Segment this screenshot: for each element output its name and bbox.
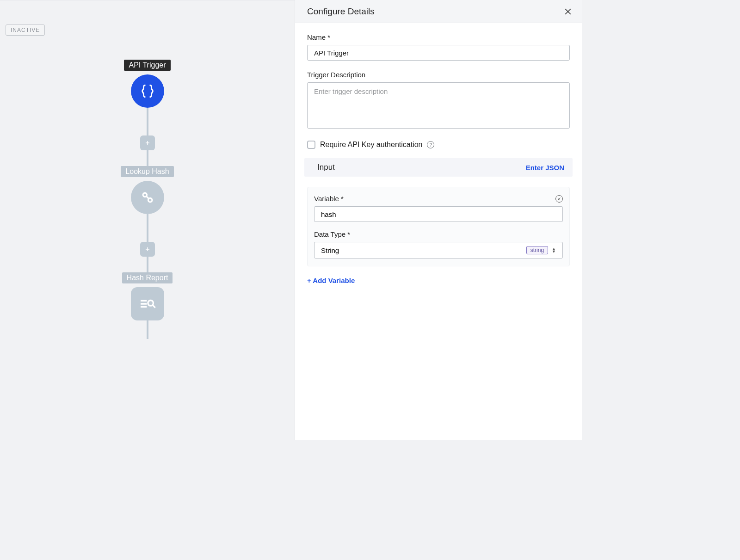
- description-textarea[interactable]: [307, 82, 570, 129]
- variable-card: Variable * Data Type * String string ▲▼: [307, 187, 570, 266]
- connector: [147, 256, 148, 272]
- variable-name-input[interactable]: [314, 206, 563, 222]
- plus-icon: [144, 246, 151, 252]
- require-api-row: Require API Key authentication ?: [307, 141, 570, 149]
- datatype-tag: string: [526, 246, 548, 254]
- panel-title: Configure Details: [307, 6, 375, 17]
- input-section-title: Input: [317, 163, 335, 172]
- select-arrows-icon: ▲▼: [552, 247, 556, 253]
- add-step-button-2[interactable]: [140, 242, 155, 257]
- datatype-value: String: [321, 246, 339, 254]
- datatype-label: Data Type *: [314, 230, 563, 238]
- connector: [147, 149, 148, 166]
- require-api-checkbox[interactable]: [307, 141, 315, 149]
- node-hash-report[interactable]: [131, 287, 164, 320]
- flow-container: API Trigger Lookup Hash: [0, 60, 295, 339]
- enter-json-button[interactable]: Enter JSON: [526, 164, 564, 172]
- canvas-topbar: [0, 0, 295, 18]
- node-lookup-hash[interactable]: [131, 181, 164, 214]
- connector: [147, 108, 148, 136]
- plus-icon: [144, 140, 151, 146]
- add-step-button-1[interactable]: [140, 135, 155, 150]
- braces-icon: [140, 83, 155, 99]
- node-api-trigger-label: API Trigger: [124, 60, 170, 71]
- x-icon: [557, 197, 561, 201]
- help-icon[interactable]: ?: [427, 141, 434, 148]
- configure-panel: Configure Details Name * Trigger Descrip…: [295, 0, 582, 440]
- name-input[interactable]: [307, 45, 570, 61]
- panel-body: Name * Trigger Description Require API K…: [295, 23, 582, 285]
- workflow-canvas[interactable]: INACTIVE API Trigger Lookup Hash: [0, 0, 295, 440]
- remove-variable-button[interactable]: [555, 195, 563, 203]
- node-api-trigger[interactable]: [131, 74, 164, 108]
- description-label: Trigger Description: [307, 71, 570, 79]
- require-api-label: Require API Key authentication: [320, 141, 422, 149]
- variable-label: Variable *: [314, 195, 344, 203]
- add-variable-button[interactable]: + Add Variable: [307, 277, 355, 284]
- close-icon: [563, 7, 573, 16]
- link-icon: [140, 190, 155, 205]
- name-label: Name *: [307, 33, 570, 41]
- node-lookup-hash-label: Lookup Hash: [121, 166, 173, 177]
- svg-point-2: [148, 301, 153, 306]
- panel-header: Configure Details: [295, 0, 582, 23]
- close-button[interactable]: [562, 6, 574, 17]
- report-search-icon: [138, 295, 157, 313]
- connector: [147, 214, 148, 243]
- status-badge: INACTIVE: [6, 25, 45, 36]
- node-hash-report-label: Hash Report: [122, 272, 173, 283]
- datatype-select[interactable]: String string ▲▼: [314, 242, 563, 258]
- connector: [147, 320, 148, 339]
- input-section-header: Input Enter JSON: [304, 158, 573, 177]
